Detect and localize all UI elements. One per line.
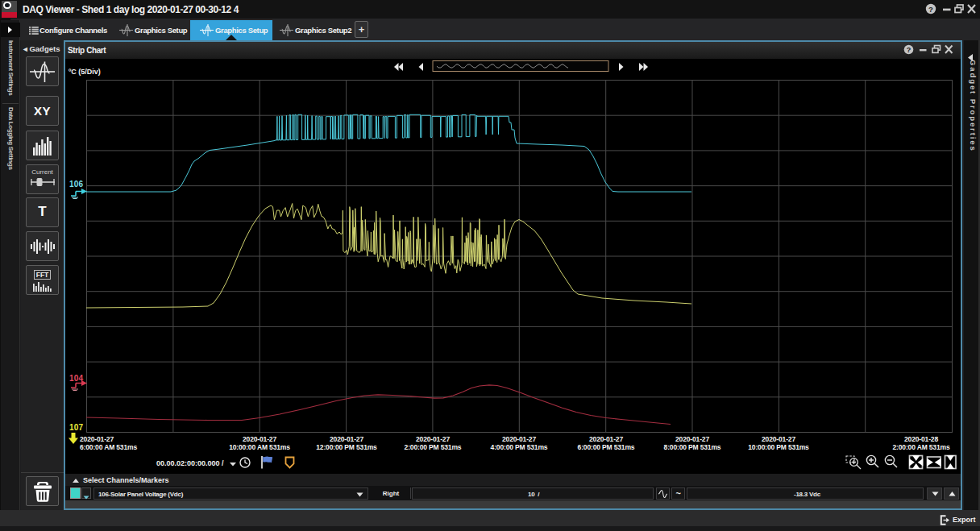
svg-text:?: ? [928,5,933,14]
svg-text:?: ? [907,46,911,54]
